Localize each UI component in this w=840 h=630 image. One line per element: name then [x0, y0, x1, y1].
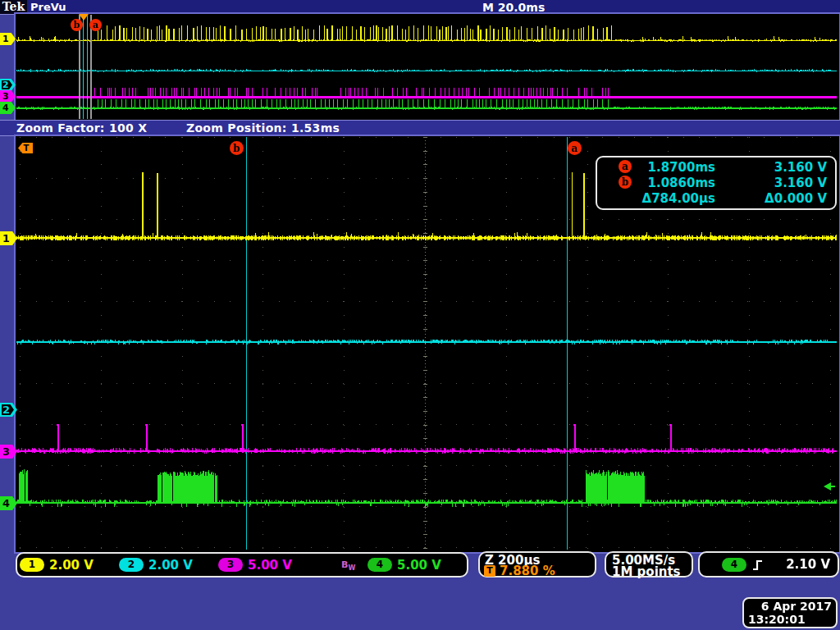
cursor-a-time: 1.8700ms: [635, 160, 715, 175]
cursor-b-handle[interactable]: b: [230, 141, 244, 155]
cursor-b-badge: b: [619, 176, 632, 189]
overview-cursor-b-handle[interactable]: b: [71, 19, 83, 31]
zoom-window-right-edge[interactable]: [90, 15, 92, 119]
cursor-b-volt: 3.160 V: [715, 176, 835, 190]
trigger-position-percent: 7.880 %: [500, 564, 555, 578]
trigger-status-box: 4 2.10 V: [698, 551, 839, 578]
channel-3-badge[interactable]: 3: [218, 558, 243, 572]
channel-1-badge[interactable]: 1: [20, 558, 44, 572]
channel-4-position-marker[interactable]: 4: [0, 496, 17, 510]
channel-2-scale: 2.00 V: [148, 558, 193, 573]
trigger-source-badge: 4: [722, 558, 746, 572]
channel-4-scale: 5.00 V: [397, 558, 441, 573]
datetime-box: 6 Apr 2017 13:20:01: [742, 597, 838, 628]
time-readout: 13:20:01: [748, 613, 806, 626]
cursor-a-handle[interactable]: a: [568, 141, 582, 155]
acquisition-box: 5.00MS/s 1M points: [605, 551, 693, 578]
trigger-level-arrow-tail: [831, 486, 835, 487]
overview-channel-3-marker[interactable]: 3: [0, 90, 16, 103]
zoom-factor-label: Zoom Factor: 100 X: [16, 121, 147, 135]
overview-cursor-b-line[interactable]: [83, 15, 84, 119]
channel-3-scale: 5.00 V: [248, 558, 292, 573]
overview-channel-1-marker[interactable]: 1: [0, 33, 16, 45]
overview-channel-2-marker[interactable]: 2: [0, 79, 16, 91]
cursor-a-badge: a: [619, 160, 632, 173]
channel-3-position-marker[interactable]: 3: [0, 445, 17, 459]
cursor-delta-volt: Δ0.000 V: [715, 191, 835, 206]
overview-waveform-canvas: [16, 15, 837, 119]
cursor-b-time: 1.0860ms: [635, 176, 715, 190]
overview-cursor-a-line[interactable]: [87, 15, 88, 119]
bandwidth-limit-icon: BW: [341, 559, 355, 572]
channel-4-badge[interactable]: 4: [368, 558, 392, 572]
channel-scale-box: 1 2.00 V 2 2.00 V 3 5.00 V BW 4 5.00 V: [16, 552, 468, 578]
trigger-slope-rising-icon: [751, 559, 765, 572]
overview-cursor-a-handle[interactable]: a: [89, 19, 102, 31]
channel-1-position-marker[interactable]: 1: [0, 231, 17, 245]
channel-2-position-marker[interactable]: 2: [0, 403, 17, 417]
cursor-a-volt: 3.160 V: [715, 160, 835, 175]
channel-1-scale: 2.00 V: [49, 558, 94, 573]
trigger-level-arrow-icon[interactable]: [824, 482, 831, 491]
zoom-position-label: Zoom Position: 1.53ms: [186, 121, 340, 135]
zoom-scale-box: Z 200µs T 7.880 %: [478, 551, 596, 578]
date-readout: 6 Apr 2017: [761, 600, 832, 613]
zoom-info-bar: Zoom Factor: 100 X Zoom Position: 1.53ms: [0, 120, 840, 136]
channel-2-badge[interactable]: 2: [119, 558, 144, 572]
cursor-readout-box: a 1.8700ms 3.160 V b 1.0860ms 3.160 V Δ7…: [596, 156, 837, 210]
record-length-readout: 1M points: [612, 564, 681, 579]
trigger-position-square-icon: T: [484, 565, 495, 577]
acquisition-status: PreVu: [30, 1, 66, 13]
cursor-delta-time: Δ784.00µs: [635, 191, 715, 206]
overview-channel-4-marker[interactable]: 4: [0, 102, 16, 114]
trigger-level-readout: 2.10 V: [786, 557, 830, 572]
